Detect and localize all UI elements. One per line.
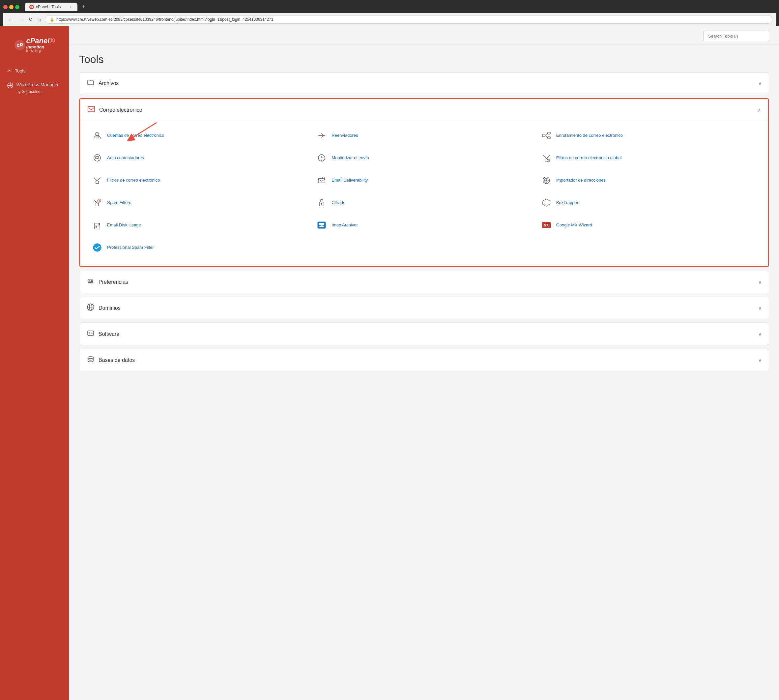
svg-point-21 — [546, 180, 547, 181]
section-correo-body: Cuentas de correo electrónico — [80, 121, 768, 266]
tool-pro-spam[interactable]: Professional Spam Filter — [87, 236, 312, 259]
google-mx-label: Google MX Wizard — [556, 222, 592, 228]
importador-label: Importador de direcciones — [556, 178, 606, 183]
section-bases: Bases de datos ∨ — [79, 349, 769, 371]
reload-button[interactable]: ↺ — [27, 15, 35, 23]
sidebar: cP cPanel® inmotion hosting ✂ Tools — [0, 26, 69, 700]
minimize-button[interactable] — [9, 5, 13, 9]
svg-rect-5 — [88, 107, 95, 112]
deliverability-label: Email Deliverability — [331, 178, 368, 183]
google-mx-svg: MX — [541, 220, 551, 230]
bases-chevron: ∨ — [758, 358, 762, 363]
browser-tab[interactable]: c cPanel - Tools × — [25, 3, 77, 11]
logo-inmotion-text: inmotion — [26, 45, 55, 49]
tool-filtros-global[interactable]: Filtros de correo electrónico global — [536, 147, 761, 169]
software-chevron: ∨ — [758, 332, 762, 337]
svg-point-25 — [321, 203, 322, 204]
tool-imap-archiver[interactable]: IMAP Imap Archiver — [312, 214, 536, 236]
tools-icon: ✂ — [7, 68, 12, 74]
new-tab-button[interactable]: + — [80, 3, 88, 11]
disk-usage-label: Email Disk Usage — [107, 222, 141, 228]
enrutamiento-label: Enrutamiento de correo electrónico — [556, 133, 623, 138]
spam-filters-icon: ! — [91, 197, 103, 208]
nav-bar: ← → ↺ ⌂ 🔒 https://www.creativeweb.com.ec… — [3, 13, 776, 26]
imap-icon-svg: IMAP — [317, 220, 326, 230]
back-button[interactable]: ← — [7, 16, 15, 23]
section-bases-header[interactable]: Bases de datos ∨ — [80, 349, 769, 371]
logo-cpanel-text: cPanel® — [26, 37, 55, 45]
disk-usage-icon — [91, 219, 103, 231]
svg-rect-9 — [548, 132, 550, 134]
svg-text:MX: MX — [544, 223, 549, 227]
section-archivos: Archivos ∨ — [79, 72, 769, 94]
section-software-header[interactable]: Software ∨ — [80, 323, 769, 345]
section-dominios-header[interactable]: Dominios ∨ — [80, 297, 769, 319]
tool-disk-usage[interactable]: Email Disk Usage — [87, 214, 312, 236]
sidebar-item-wordpress[interactable]: WordPress Managerby Softaculous — [0, 78, 69, 98]
imap-archiver-label: Imap Archiver — [331, 222, 358, 228]
main-header — [69, 26, 779, 45]
tool-deliverability[interactable]: Email Deliverability — [312, 169, 536, 192]
tool-boxtrapper[interactable]: BoxTrapper — [536, 192, 761, 214]
correo-chevron: ∧ — [757, 107, 761, 113]
section-archivos-left: Archivos — [87, 78, 119, 88]
tools-grid-correo: Cuentas de correo electrónico — [87, 124, 761, 259]
google-mx-icon: MX — [541, 219, 552, 231]
section-dominios-title: Dominios — [98, 305, 121, 311]
svg-rect-8 — [543, 134, 545, 137]
svg-rect-17 — [319, 177, 321, 179]
archivos-chevron: ∨ — [758, 81, 762, 86]
tool-reenviadores[interactable]: Reenviadores — [312, 124, 536, 147]
tab-close-button[interactable]: × — [68, 5, 73, 9]
section-software-title: Software — [98, 331, 119, 337]
filtros-icon — [91, 174, 103, 186]
section-correo-header[interactable]: Correo electrónico ∧ — [80, 99, 768, 121]
section-preferencias-header[interactable]: Preferencias ∨ — [80, 271, 769, 293]
cuentas-correo-icon — [91, 130, 103, 142]
search-tools-input[interactable] — [703, 31, 769, 41]
svg-rect-10 — [548, 137, 550, 139]
sidebar-item-tools[interactable]: ✂ Tools — [0, 63, 69, 78]
tool-enrutamiento[interactable]: Enrutamiento de correo electrónico — [536, 124, 761, 147]
tool-importador[interactable]: Importador de direcciones — [536, 169, 761, 192]
tool-monitorizar[interactable]: Monitorizar el envío — [312, 147, 536, 169]
tab-title: cPanel - Tools — [36, 5, 61, 9]
forward-button[interactable]: → — [17, 16, 25, 23]
pro-spam-label: Professional Spam Filter — [107, 245, 154, 250]
tool-cifrado[interactable]: Cifrado — [312, 192, 536, 214]
reenviadores-label: Reenviadores — [331, 133, 358, 138]
tool-google-mx[interactable]: MX Google MX Wizard — [536, 214, 761, 236]
app-layout: cP cPanel® inmotion hosting ✂ Tools — [0, 26, 779, 700]
wordpress-icon — [7, 82, 13, 90]
address-bar[interactable]: 🔒 https://www.creativeweb.com.ec:2083/cp… — [45, 15, 772, 24]
autocontestadores-icon — [91, 152, 103, 164]
section-software-left: Software — [87, 329, 119, 339]
svg-rect-46 — [88, 331, 93, 335]
svg-point-47 — [88, 357, 93, 358]
home-button[interactable]: ⌂ — [37, 16, 43, 23]
close-button[interactable] — [3, 5, 8, 9]
svg-marker-27 — [543, 199, 550, 206]
svg-point-14 — [321, 160, 322, 160]
section-archivos-header[interactable]: Archivos ∨ — [80, 73, 769, 94]
section-bases-left: Bases de datos — [87, 355, 135, 365]
svg-point-29 — [99, 224, 100, 225]
tab-favicon: c — [29, 5, 34, 9]
importador-icon — [541, 174, 552, 186]
email-section-icon — [87, 105, 95, 115]
tool-cuentas-correo[interactable]: Cuentas de correo electrónico — [87, 124, 312, 147]
tool-filtros[interactable]: Filtros de correo electrónico — [87, 169, 312, 192]
svg-text:cP: cP — [17, 43, 23, 48]
globe-icon — [87, 303, 95, 313]
sidebar-logo: cP cPanel® inmotion hosting — [0, 32, 69, 60]
page-title: Tools — [79, 53, 769, 66]
sliders-icon — [87, 277, 95, 287]
maximize-button[interactable] — [15, 5, 20, 9]
tool-autocontestadores[interactable]: Auto contestadores — [87, 147, 312, 169]
svg-rect-18 — [322, 177, 324, 179]
tool-spam-filters[interactable]: ! Spam Filters — [87, 192, 312, 214]
section-preferencias-left: Preferencias — [87, 277, 128, 287]
section-correo: Correo electrónico ∧ — [79, 98, 769, 267]
tab-bar: c cPanel - Tools × + — [3, 3, 776, 11]
folder-icon — [87, 78, 95, 88]
